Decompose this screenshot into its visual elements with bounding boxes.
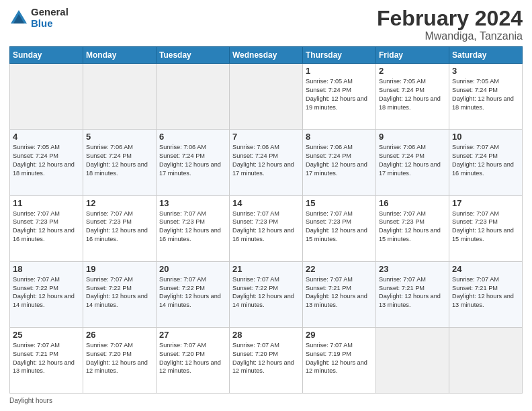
day-number: 20 bbox=[159, 264, 226, 274]
day-info: Sunrise: 7:05 AM Sunset: 7:24 PM Dayligh… bbox=[13, 143, 80, 178]
day-info: Sunrise: 7:07 AM Sunset: 7:21 PM Dayligh… bbox=[452, 275, 519, 310]
day-number: 22 bbox=[306, 264, 373, 274]
calendar-week-row: 25Sunrise: 7:07 AM Sunset: 7:21 PM Dayli… bbox=[10, 327, 523, 393]
day-info: Sunrise: 7:07 AM Sunset: 7:23 PM Dayligh… bbox=[86, 210, 153, 244]
day-info: Sunrise: 7:07 AM Sunset: 7:22 PM Dayligh… bbox=[232, 275, 300, 310]
day-number: 24 bbox=[452, 264, 519, 274]
day-info: Sunrise: 7:05 AM Sunset: 7:24 PM Dayligh… bbox=[452, 77, 519, 112]
day-number: 13 bbox=[159, 198, 226, 208]
table-row: 29Sunrise: 7:07 AM Sunset: 7:19 PM Dayli… bbox=[303, 327, 376, 393]
day-number: 17 bbox=[452, 198, 519, 208]
day-info: Sunrise: 7:06 AM Sunset: 7:24 PM Dayligh… bbox=[159, 143, 226, 178]
table-row bbox=[157, 64, 230, 130]
table-row: 28Sunrise: 7:07 AM Sunset: 7:20 PM Dayli… bbox=[230, 327, 303, 393]
col-wednesday: Wednesday bbox=[230, 47, 303, 64]
day-info: Sunrise: 7:05 AM Sunset: 7:24 PM Dayligh… bbox=[306, 77, 373, 112]
day-number: 14 bbox=[232, 198, 300, 208]
day-info: Sunrise: 7:05 AM Sunset: 7:24 PM Dayligh… bbox=[379, 77, 446, 112]
day-number: 7 bbox=[232, 132, 300, 142]
day-number: 15 bbox=[306, 198, 373, 208]
col-monday: Monday bbox=[83, 47, 157, 64]
day-info: Sunrise: 7:07 AM Sunset: 7:21 PM Dayligh… bbox=[13, 341, 80, 376]
day-info: Sunrise: 7:07 AM Sunset: 7:21 PM Dayligh… bbox=[379, 275, 446, 310]
day-info: Sunrise: 7:06 AM Sunset: 7:24 PM Dayligh… bbox=[379, 143, 446, 178]
day-info: Sunrise: 7:07 AM Sunset: 7:23 PM Dayligh… bbox=[232, 210, 300, 244]
table-row: 16Sunrise: 7:07 AM Sunset: 7:23 PM Dayli… bbox=[376, 195, 449, 261]
calendar-header-row: Sunday Monday Tuesday Wednesday Thursday… bbox=[10, 47, 523, 64]
day-info: Sunrise: 7:07 AM Sunset: 7:19 PM Dayligh… bbox=[306, 341, 373, 376]
title-block: February 2024 Mwandiga, Tanzania bbox=[377, 7, 523, 42]
day-info: Sunrise: 7:07 AM Sunset: 7:22 PM Dayligh… bbox=[86, 275, 153, 310]
col-sunday: Sunday bbox=[10, 47, 83, 64]
day-number: 6 bbox=[159, 132, 226, 142]
day-number: 18 bbox=[13, 264, 80, 274]
calendar-title: February 2024 bbox=[377, 7, 523, 30]
header: General Blue February 2024 Mwandiga, Tan… bbox=[9, 7, 523, 42]
table-row: 15Sunrise: 7:07 AM Sunset: 7:23 PM Dayli… bbox=[303, 195, 376, 261]
table-row: 24Sunrise: 7:07 AM Sunset: 7:21 PM Dayli… bbox=[449, 261, 523, 327]
logo-text: General Blue bbox=[31, 7, 69, 29]
table-row: 1Sunrise: 7:05 AM Sunset: 7:24 PM Daylig… bbox=[303, 64, 376, 130]
calendar-week-row: 1Sunrise: 7:05 AM Sunset: 7:24 PM Daylig… bbox=[10, 64, 523, 130]
table-row: 4Sunrise: 7:05 AM Sunset: 7:24 PM Daylig… bbox=[10, 130, 83, 195]
table-row: 3Sunrise: 7:05 AM Sunset: 7:24 PM Daylig… bbox=[449, 64, 523, 130]
day-info: Sunrise: 7:07 AM Sunset: 7:23 PM Dayligh… bbox=[159, 210, 226, 244]
day-info: Sunrise: 7:07 AM Sunset: 7:23 PM Dayligh… bbox=[13, 210, 80, 244]
table-row: 23Sunrise: 7:07 AM Sunset: 7:21 PM Dayli… bbox=[376, 261, 449, 327]
table-row bbox=[376, 327, 449, 393]
table-row: 11Sunrise: 7:07 AM Sunset: 7:23 PM Dayli… bbox=[10, 195, 83, 261]
table-row: 7Sunrise: 7:06 AM Sunset: 7:24 PM Daylig… bbox=[230, 130, 303, 195]
day-number: 5 bbox=[86, 132, 153, 142]
calendar-week-row: 11Sunrise: 7:07 AM Sunset: 7:23 PM Dayli… bbox=[10, 195, 523, 261]
logo-general-label: General bbox=[31, 7, 69, 18]
day-number: 3 bbox=[452, 66, 519, 76]
logo-icon bbox=[9, 9, 28, 28]
table-row: 12Sunrise: 7:07 AM Sunset: 7:23 PM Dayli… bbox=[83, 195, 157, 261]
daylight-hours-label: Daylight hours bbox=[9, 397, 52, 404]
table-row bbox=[10, 64, 83, 130]
day-info: Sunrise: 7:07 AM Sunset: 7:22 PM Dayligh… bbox=[13, 275, 80, 310]
day-number: 2 bbox=[379, 66, 446, 76]
day-info: Sunrise: 7:07 AM Sunset: 7:23 PM Dayligh… bbox=[306, 210, 373, 244]
day-info: Sunrise: 7:06 AM Sunset: 7:24 PM Dayligh… bbox=[306, 143, 373, 178]
table-row bbox=[449, 327, 523, 393]
day-info: Sunrise: 7:07 AM Sunset: 7:22 PM Dayligh… bbox=[159, 275, 226, 310]
table-row: 22Sunrise: 7:07 AM Sunset: 7:21 PM Dayli… bbox=[303, 261, 376, 327]
table-row: 17Sunrise: 7:07 AM Sunset: 7:23 PM Dayli… bbox=[449, 195, 523, 261]
table-row: 10Sunrise: 7:07 AM Sunset: 7:24 PM Dayli… bbox=[449, 130, 523, 195]
day-info: Sunrise: 7:07 AM Sunset: 7:24 PM Dayligh… bbox=[452, 143, 519, 178]
table-row: 5Sunrise: 7:06 AM Sunset: 7:24 PM Daylig… bbox=[83, 130, 157, 195]
day-info: Sunrise: 7:07 AM Sunset: 7:20 PM Dayligh… bbox=[159, 341, 226, 376]
day-number: 12 bbox=[86, 198, 153, 208]
day-number: 25 bbox=[13, 330, 80, 340]
day-info: Sunrise: 7:06 AM Sunset: 7:24 PM Dayligh… bbox=[232, 143, 300, 178]
footer: Daylight hours bbox=[9, 397, 523, 404]
day-number: 4 bbox=[13, 132, 80, 142]
table-row: 26Sunrise: 7:07 AM Sunset: 7:20 PM Dayli… bbox=[83, 327, 157, 393]
day-number: 27 bbox=[159, 330, 226, 340]
table-row: 20Sunrise: 7:07 AM Sunset: 7:22 PM Dayli… bbox=[157, 261, 230, 327]
col-tuesday: Tuesday bbox=[157, 47, 230, 64]
table-row: 18Sunrise: 7:07 AM Sunset: 7:22 PM Dayli… bbox=[10, 261, 83, 327]
day-number: 29 bbox=[306, 330, 373, 340]
table-row: 25Sunrise: 7:07 AM Sunset: 7:21 PM Dayli… bbox=[10, 327, 83, 393]
table-row: 14Sunrise: 7:07 AM Sunset: 7:23 PM Dayli… bbox=[230, 195, 303, 261]
day-number: 10 bbox=[452, 132, 519, 142]
calendar-week-row: 4Sunrise: 7:05 AM Sunset: 7:24 PM Daylig… bbox=[10, 130, 523, 195]
table-row: 19Sunrise: 7:07 AM Sunset: 7:22 PM Dayli… bbox=[83, 261, 157, 327]
table-row: 2Sunrise: 7:05 AM Sunset: 7:24 PM Daylig… bbox=[376, 64, 449, 130]
day-number: 8 bbox=[306, 132, 373, 142]
calendar-week-row: 18Sunrise: 7:07 AM Sunset: 7:22 PM Dayli… bbox=[10, 261, 523, 327]
col-thursday: Thursday bbox=[303, 47, 376, 64]
day-info: Sunrise: 7:07 AM Sunset: 7:23 PM Dayligh… bbox=[379, 210, 446, 244]
day-info: Sunrise: 7:07 AM Sunset: 7:20 PM Dayligh… bbox=[86, 341, 153, 376]
logo: General Blue bbox=[9, 7, 69, 29]
calendar-table: Sunday Monday Tuesday Wednesday Thursday… bbox=[9, 46, 523, 394]
calendar-location: Mwandiga, Tanzania bbox=[377, 30, 523, 42]
table-row bbox=[83, 64, 157, 130]
day-info: Sunrise: 7:07 AM Sunset: 7:21 PM Dayligh… bbox=[306, 275, 373, 310]
day-number: 16 bbox=[379, 198, 446, 208]
day-number: 23 bbox=[379, 264, 446, 274]
day-number: 19 bbox=[86, 264, 153, 274]
col-saturday: Saturday bbox=[449, 47, 523, 64]
